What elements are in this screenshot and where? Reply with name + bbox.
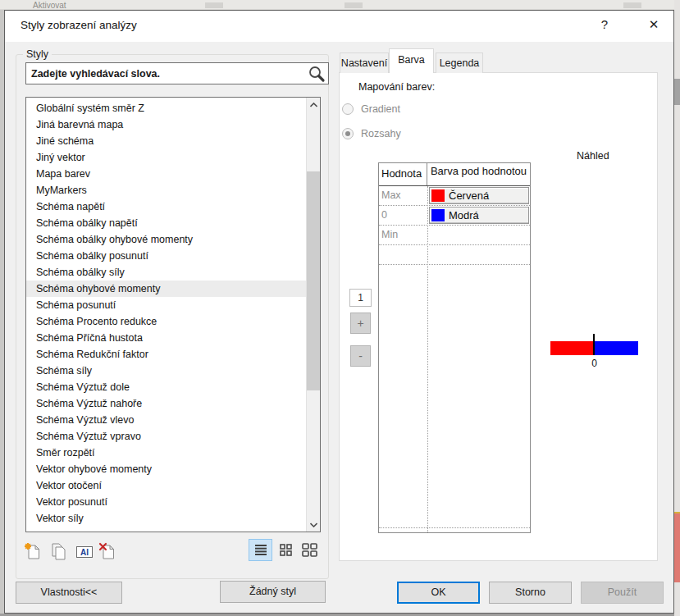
- row-count-field[interactable]: [349, 289, 372, 307]
- list-item[interactable]: Jiný vektor: [26, 149, 306, 166]
- list-item[interactable]: Jiná barevná mapa: [26, 116, 306, 133]
- ribbon-fragment: [623, 2, 641, 8]
- app-background-top: Aktivovat: [0, 0, 680, 10]
- color-mapping-label: Mapování barev:: [358, 81, 435, 93]
- color-cell: [427, 245, 530, 264]
- list-item[interactable]: Vektor síly: [26, 510, 306, 527]
- preview-area: 0: [550, 334, 639, 372]
- view-large-icons-button[interactable]: [298, 539, 322, 561]
- dialog-title: Styly zobrazení analýzy: [21, 19, 137, 31]
- duplicate-style-icon: [49, 542, 68, 561]
- color-name: Červená: [449, 189, 489, 202]
- scroll-up-icon[interactable]: [307, 98, 321, 112]
- table-row: Min: [379, 226, 530, 245]
- table-row: MaxČervená: [379, 186, 530, 206]
- preview-segment: [595, 341, 639, 355]
- list-item[interactable]: Schéma posunutí: [26, 297, 306, 313]
- list-item[interactable]: Schéma ohybové momenty: [26, 281, 306, 297]
- background-scrollbar-fragment: [674, 79, 680, 105]
- styles-group-label: Styly: [23, 48, 52, 60]
- duplicate-style-button[interactable]: [48, 541, 69, 562]
- color-tab-page: Mapování barev: Gradient Rozsahy + - Hod…: [339, 72, 658, 561]
- list-item[interactable]: Mapa barev: [26, 166, 306, 182]
- color-name: Modrá: [449, 209, 479, 221]
- list-item[interactable]: Schéma Procento redukce: [26, 313, 306, 330]
- color-swatch: [431, 209, 445, 221]
- list-scrollbar[interactable]: [306, 98, 320, 532]
- search-input[interactable]: [26, 63, 308, 84]
- gradient-label: Gradient: [361, 103, 400, 115]
- new-style-button[interactable]: [22, 541, 43, 562]
- list-item[interactable]: Schéma obálky síly: [26, 264, 306, 281]
- list-item[interactable]: Schéma obálky napětí: [26, 215, 306, 231]
- list-item[interactable]: Schéma obálky ohybové momenty: [26, 231, 306, 248]
- color-table-header: Hodnota Barva pod hodnotou: [379, 163, 530, 186]
- value-cell[interactable]: Max: [379, 186, 427, 205]
- app-background-right: [674, 0, 680, 616]
- tab-legenda[interactable]: Legenda: [436, 52, 483, 73]
- view-small-icons-button[interactable]: [274, 539, 298, 561]
- list-item[interactable]: Schéma Výztuž vpravo: [26, 428, 306, 445]
- color-cell: Červená: [427, 186, 530, 205]
- list-item[interactable]: Schéma Výztuž dole: [26, 379, 306, 395]
- analysis-display-styles-dialog: Styly zobrazení analýzy ? ✕ Styly Globál…: [4, 10, 674, 614]
- color-button[interactable]: Modrá: [429, 207, 529, 224]
- tab-barva[interactable]: Barva: [389, 48, 434, 73]
- list-item[interactable]: Schéma Redukční faktor: [26, 346, 306, 363]
- apply-button[interactable]: Použít: [581, 582, 664, 604]
- add-row-button[interactable]: +: [350, 313, 371, 334]
- color-table: Hodnota Barva pod hodnotou MaxČervená0Mo…: [378, 162, 531, 533]
- styles-list-items: Globální systém směr ZJiná barevná mapaJ…: [26, 100, 306, 527]
- cancel-button[interactable]: Storno: [489, 582, 572, 604]
- list-item[interactable]: Schéma napětí: [26, 198, 306, 215]
- rename-style-button[interactable]: AI: [74, 541, 95, 562]
- preview-segment: [550, 341, 595, 355]
- value-cell[interactable]: Min: [379, 226, 427, 244]
- list-item[interactable]: Schéma síly: [26, 363, 306, 379]
- color-cell: Modrá: [427, 206, 530, 225]
- list-item[interactable]: Schéma Výztuž nahoře: [26, 395, 306, 412]
- scrollbar-thumb[interactable]: [307, 171, 321, 390]
- list-item[interactable]: Schéma Příčná hustota: [26, 330, 306, 346]
- list-item[interactable]: Globální systém směr Z: [26, 100, 306, 116]
- color-table-rows: MaxČervená0ModráMin: [379, 186, 530, 265]
- ok-button[interactable]: OK: [397, 582, 480, 604]
- header-barva-pod: Barva pod hodnotou: [427, 163, 530, 185]
- search-box: [25, 62, 329, 84]
- gradient-option[interactable]: Gradient: [342, 103, 400, 116]
- table-row: 0Modrá: [379, 206, 530, 226]
- list-item[interactable]: Vektor posunutí: [26, 494, 306, 510]
- list-item[interactable]: Schéma Výztuž vlevo: [26, 412, 306, 428]
- ranges-radio-icon[interactable]: [342, 128, 354, 139]
- list-item[interactable]: Vektor otočení: [26, 477, 306, 494]
- header-hodnota: Hodnota: [379, 163, 427, 185]
- color-swatch: [431, 189, 445, 202]
- value-cell[interactable]: [379, 245, 427, 264]
- color-button[interactable]: Červená: [429, 187, 529, 204]
- list-item[interactable]: Schéma obálky posunutí: [26, 248, 306, 264]
- list-item[interactable]: MyMarkers: [26, 182, 306, 198]
- preview-tick-label: 0: [550, 358, 638, 369]
- scroll-down-icon[interactable]: [307, 518, 321, 532]
- properties-button[interactable]: Vlastnosti<<: [16, 582, 122, 604]
- delete-style-button[interactable]: [97, 541, 118, 562]
- ranges-label: Rozsahy: [361, 128, 401, 139]
- search-icon[interactable]: [308, 65, 326, 83]
- view-list-button[interactable]: [249, 539, 272, 561]
- no-style-button[interactable]: Žádný styl: [220, 581, 326, 603]
- list-item[interactable]: Vektor ohybové momenty: [26, 461, 306, 477]
- view-list-icon: [254, 544, 267, 556]
- table-bottom-line: [379, 527, 530, 528]
- svg-text:AI: AI: [80, 547, 89, 556]
- titlebar[interactable]: Styly zobrazení analýzy ? ✕: [5, 11, 673, 42]
- close-button[interactable]: ✕: [641, 17, 666, 35]
- value-cell[interactable]: 0: [379, 206, 427, 225]
- list-item[interactable]: Směr rozpětí: [26, 445, 306, 461]
- remove-row-button[interactable]: -: [350, 345, 371, 367]
- gradient-radio-icon[interactable]: [342, 103, 354, 115]
- ribbon-fragment: [205, 2, 223, 8]
- list-item[interactable]: Jiné schéma: [26, 133, 306, 149]
- ranges-option[interactable]: Rozsahy: [342, 127, 401, 140]
- help-button[interactable]: ?: [594, 17, 615, 35]
- tab-nastaveni[interactable]: Nastavení: [340, 52, 389, 73]
